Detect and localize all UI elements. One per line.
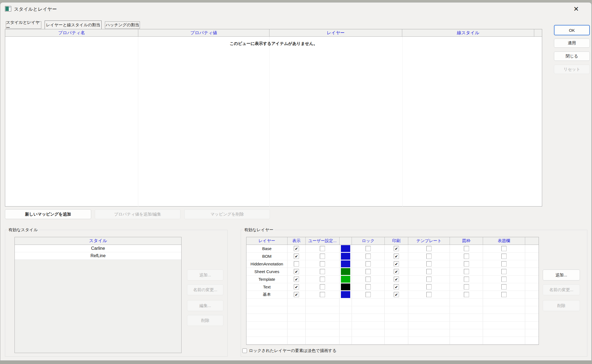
layer-checkbox[interactable] xyxy=(426,292,432,297)
column-header-property-value[interactable]: プロパティ値 xyxy=(138,29,269,36)
layer-checkbox[interactable]: ✔ xyxy=(394,254,399,259)
layer-row[interactable]: Template✔✔ xyxy=(246,276,539,283)
layer-row[interactable]: Base✔✔ xyxy=(246,245,539,253)
layer-table-header: レイヤー表示ユーザー設定...ロック印刷テンプレート図枠表題欄 xyxy=(246,237,539,245)
checkbox-box[interactable] xyxy=(242,348,247,353)
layer-checkbox[interactable] xyxy=(366,277,371,282)
add-edit-property-value-button[interactable]: プロパティ値を追加/編集 xyxy=(95,209,180,219)
layer-column-header[interactable]: テンプレート xyxy=(408,237,450,245)
column-header-property-name[interactable]: プロパティ名 xyxy=(5,29,138,36)
layer-checkbox[interactable] xyxy=(501,284,507,290)
layer-column-header xyxy=(525,237,539,245)
layer-add-button[interactable]: 追加... xyxy=(543,270,580,280)
layer-checkbox[interactable]: ✔ xyxy=(294,292,299,297)
layer-checkbox[interactable] xyxy=(426,254,432,259)
layer-checkbox[interactable]: ✔ xyxy=(394,261,399,266)
layer-row[interactable]: BOM✔✔ xyxy=(246,253,539,260)
layer-row[interactable]: Text✔✔ xyxy=(246,283,539,291)
layer-checkbox[interactable] xyxy=(366,254,371,259)
style-delete-button[interactable]: 削除 xyxy=(187,315,223,326)
column-header-layer[interactable]: レイヤー xyxy=(269,29,402,36)
layer-checkbox[interactable]: ✔ xyxy=(394,277,399,282)
layer-row[interactable]: HiddenAnnotation✔ xyxy=(246,260,539,268)
layer-checkbox[interactable]: ✔ xyxy=(294,269,299,274)
layer-row[interactable]: Sheet Curves✔✔ xyxy=(246,268,539,276)
layer-row[interactable]: 基本✔✔ xyxy=(246,291,539,299)
layer-checkbox[interactable] xyxy=(426,269,432,274)
layer-checkbox[interactable] xyxy=(464,246,469,251)
layer-checkbox[interactable] xyxy=(501,254,507,259)
layer-column-header[interactable]: 図枠 xyxy=(450,237,483,245)
add-new-mapping-button[interactable]: 新しいマッピングを追加 xyxy=(5,209,91,219)
layer-column-header[interactable]: ユーザー設定... xyxy=(306,237,340,245)
layer-color-swatch[interactable] xyxy=(341,276,350,283)
layer-checkbox[interactable] xyxy=(320,254,325,259)
close-button[interactable]: 閉じる xyxy=(554,51,590,61)
layer-color-swatch[interactable] xyxy=(341,253,350,260)
layer-checkbox[interactable] xyxy=(294,261,299,266)
delete-mapping-button[interactable]: マッピングを削除 xyxy=(184,209,270,219)
reset-button[interactable]: リセット xyxy=(554,65,590,74)
layer-color-swatch[interactable] xyxy=(341,245,350,252)
layer-checkbox[interactable]: ✔ xyxy=(394,269,399,274)
layer-color-swatch[interactable] xyxy=(341,283,350,290)
layer-column-header[interactable]: 印刷 xyxy=(385,237,408,245)
draw-locked-layers-dimmed-checkbox[interactable]: ロックされたレイヤーの要素は淡色で描画する xyxy=(242,348,337,353)
layer-checkbox[interactable] xyxy=(320,261,325,266)
layer-checkbox[interactable] xyxy=(501,292,507,297)
layer-delete-button[interactable]: 削除 xyxy=(543,300,580,311)
layer-checkbox[interactable] xyxy=(366,246,371,251)
layer-checkbox[interactable] xyxy=(501,261,507,266)
layer-checkbox[interactable] xyxy=(464,284,469,290)
column-header-style[interactable]: スタイル xyxy=(15,237,181,245)
layer-checkbox[interactable]: ✔ xyxy=(294,254,299,259)
layer-checkbox[interactable] xyxy=(366,261,371,266)
tab-styles-and-layers[interactable]: スタイルとレイヤー xyxy=(6,21,41,29)
layer-checkbox[interactable]: ✔ xyxy=(394,246,399,251)
layer-checkbox[interactable] xyxy=(320,284,325,290)
style-row[interactable]: Carline xyxy=(15,245,181,252)
style-add-button[interactable]: 追加... xyxy=(187,270,223,280)
style-edit-button[interactable]: 編集... xyxy=(187,300,223,311)
style-row[interactable]: RefLine xyxy=(15,252,181,260)
layer-checkbox[interactable]: ✔ xyxy=(394,284,399,290)
layer-rename-button[interactable]: 名前の変更... xyxy=(543,284,580,295)
layer-checkbox[interactable] xyxy=(501,277,507,282)
layer-checkbox[interactable] xyxy=(320,269,325,274)
layer-checkbox[interactable]: ✔ xyxy=(394,292,399,297)
apply-button[interactable]: 適用 xyxy=(554,39,590,48)
layer-checkbox[interactable]: ✔ xyxy=(294,277,299,282)
layer-color-swatch[interactable] xyxy=(341,268,350,275)
tab-layer-linestyle-assignment[interactable]: レイヤーと線スタイルの割当 xyxy=(45,21,102,29)
tab-hatching-assignment[interactable]: ハッチングの割当 xyxy=(105,21,140,29)
layer-checkbox[interactable] xyxy=(501,269,507,274)
layer-checkbox[interactable] xyxy=(366,284,371,290)
layer-checkbox[interactable] xyxy=(464,261,469,266)
layer-checkbox[interactable] xyxy=(426,277,432,282)
layer-checkbox[interactable] xyxy=(426,261,432,266)
close-icon[interactable]: ✕ xyxy=(571,5,581,13)
layer-checkbox[interactable] xyxy=(320,246,325,251)
layer-checkbox[interactable] xyxy=(501,246,507,251)
layer-checkbox[interactable] xyxy=(426,284,432,290)
style-rename-button[interactable]: 名前の変更... xyxy=(187,284,223,295)
layer-column-header[interactable]: レイヤー xyxy=(246,237,288,245)
layer-checkbox[interactable] xyxy=(464,269,469,274)
layer-checkbox[interactable] xyxy=(366,292,371,297)
layer-checkbox[interactable] xyxy=(320,292,325,297)
layer-color-swatch[interactable] xyxy=(341,260,350,267)
layer-column-header[interactable]: 表示 xyxy=(288,237,306,245)
layer-column-header[interactable]: ロック xyxy=(352,237,385,245)
layer-checkbox[interactable]: ✔ xyxy=(294,246,299,251)
layer-checkbox[interactable] xyxy=(320,277,325,282)
layer-checkbox[interactable]: ✔ xyxy=(294,284,299,290)
ok-button[interactable]: OK xyxy=(554,25,590,35)
layer-checkbox[interactable] xyxy=(426,246,432,251)
layer-checkbox[interactable] xyxy=(464,277,469,282)
layer-checkbox[interactable] xyxy=(464,292,469,297)
layer-checkbox[interactable] xyxy=(464,254,469,259)
layer-checkbox[interactable] xyxy=(366,269,371,274)
layer-color-swatch[interactable] xyxy=(341,291,350,298)
column-header-linestyle[interactable]: 線スタイル xyxy=(402,29,534,36)
layer-column-header[interactable]: 表題欄 xyxy=(483,237,525,245)
